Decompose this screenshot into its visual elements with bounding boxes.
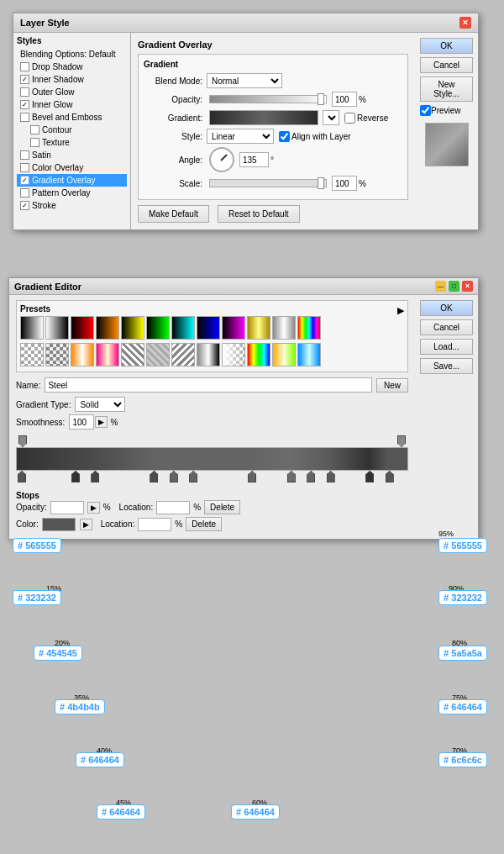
bottom-stop-70pct[interactable] (287, 471, 296, 482)
align-layer-checkbox[interactable] (279, 131, 290, 142)
angle-dial[interactable] (209, 147, 234, 172)
ge-save-button[interactable]: Save... (420, 358, 473, 374)
bottom-stop-90pct[interactable] (365, 471, 374, 482)
style-select[interactable]: Linear (207, 129, 274, 144)
sidebar-item-contour[interactable]: Contour (17, 124, 127, 136)
sidebar-item-texture[interactable]: Texture (17, 136, 127, 149)
sidebar-item-outer-glow[interactable]: Outer Glow (17, 86, 127, 98)
gradient-type-select[interactable]: ▼ (323, 110, 339, 125)
top-stop-right[interactable] (397, 435, 406, 447)
color-stop-delete[interactable]: Delete (186, 517, 222, 531)
satin-checkbox[interactable] (20, 150, 29, 160)
sidebar-item-stroke[interactable]: Stroke (17, 199, 127, 212)
preset-gold[interactable] (247, 316, 270, 340)
opacity-stop-input[interactable] (50, 501, 84, 514)
new-button[interactable]: New (376, 378, 408, 393)
reverse-checkbox[interactable] (344, 113, 355, 124)
scale-thumb[interactable] (318, 177, 324, 189)
preset-orange2[interactable] (71, 343, 94, 366)
opacity-slider[interactable] (209, 95, 327, 103)
minimize-button[interactable]: — (435, 281, 446, 292)
opacity-stop-delete[interactable]: Delete (204, 500, 240, 514)
contour-checkbox[interactable] (30, 125, 39, 134)
blend-mode-select[interactable]: Normal (207, 73, 282, 88)
sidebar-item-inner-shadow[interactable]: Inner Shadow (17, 73, 127, 86)
preset-warm[interactable] (272, 343, 296, 366)
ge-load-button[interactable]: Load... (420, 339, 473, 355)
outer-glow-checkbox[interactable] (20, 87, 29, 97)
gradient-bar[interactable] (16, 447, 408, 471)
pattern-overlay-checkbox[interactable] (20, 188, 29, 198)
scale-input[interactable] (332, 176, 357, 191)
gradient-overlay-checkbox[interactable] (20, 176, 29, 185)
preset-checker2[interactable] (45, 343, 69, 366)
make-default-button[interactable]: Make Default (138, 205, 209, 223)
ge-cancel-button[interactable]: Cancel (420, 319, 473, 335)
preset-blue[interactable] (197, 316, 220, 340)
sidebar-item-satin[interactable]: Satin (17, 149, 127, 161)
reset-to-default-button[interactable]: Reset to Default (218, 205, 300, 223)
sidebar-item-bevel-emboss[interactable]: Bevel and Emboss (17, 111, 127, 124)
bottom-stop-15pct[interactable] (71, 471, 80, 482)
angle-input[interactable] (239, 152, 269, 167)
smoothness-stepper[interactable]: ▶ (95, 416, 108, 428)
gradient-type-dropdown[interactable]: Solid (75, 397, 125, 412)
bottom-stop-80pct[interactable] (327, 471, 335, 482)
preset-stripe1[interactable] (121, 343, 144, 366)
preset-gray-bw[interactable] (197, 343, 220, 366)
bottom-stop-45pct[interactable] (189, 471, 197, 482)
preset-wb[interactable] (45, 316, 69, 340)
cancel-button[interactable]: Cancel (420, 57, 473, 73)
preset-rainbow[interactable] (297, 316, 321, 340)
preset-stripe2[interactable] (146, 343, 170, 366)
color-swatch-arrow[interactable]: ▶ (80, 519, 92, 530)
preview-checkbox[interactable] (420, 105, 431, 116)
bottom-stop-35pct[interactable] (150, 471, 158, 482)
sidebar-item-gradient-overlay[interactable]: Gradient Overlay (17, 174, 127, 187)
opacity-input[interactable] (332, 92, 357, 107)
sidebar-item-inner-glow[interactable]: Inner Glow (17, 98, 127, 111)
new-style-button[interactable]: New Style... (420, 76, 473, 102)
texture-checkbox[interactable] (30, 138, 39, 147)
color-overlay-checkbox[interactable] (20, 163, 29, 172)
bevel-emboss-checkbox[interactable] (20, 113, 29, 122)
sidebar-item-blending[interactable]: Blending Options: Default (17, 48, 127, 61)
gradient-editor-close-button[interactable]: ✕ (462, 281, 473, 292)
sidebar-item-pattern-overlay[interactable]: Pattern Overlay (17, 187, 127, 199)
preset-rainbow2[interactable] (247, 343, 270, 366)
bottom-stop-75pct[interactable] (307, 471, 315, 482)
color-swatch[interactable] (42, 518, 76, 531)
sidebar-item-drop-shadow[interactable]: Drop Shadow (17, 61, 127, 73)
preset-checker[interactable] (20, 343, 44, 366)
layer-style-close-button[interactable]: ✕ (459, 17, 471, 29)
opacity-thumb[interactable] (318, 93, 324, 105)
ge-ok-button[interactable]: OK (420, 300, 473, 316)
preset-stripe3[interactable] (171, 343, 195, 366)
drop-shadow-checkbox[interactable] (20, 62, 29, 71)
preset-yellow[interactable] (121, 316, 144, 340)
preset-cool[interactable] (297, 343, 321, 366)
inner-glow-checkbox[interactable] (20, 100, 29, 109)
preset-bw[interactable] (20, 316, 44, 340)
presets-arrow[interactable]: ▶ (397, 305, 404, 316)
stroke-checkbox[interactable] (20, 201, 29, 210)
preset-green[interactable] (146, 316, 170, 340)
bottom-stop-0pct[interactable] (18, 471, 26, 482)
bottom-stop-20pct[interactable] (91, 471, 99, 482)
preset-red[interactable] (71, 316, 94, 340)
preset-orange[interactable] (96, 316, 119, 340)
scale-slider[interactable] (209, 179, 327, 187)
top-stop-left[interactable] (18, 435, 27, 447)
preset-silver[interactable] (272, 316, 296, 340)
smoothness-input[interactable] (69, 414, 94, 430)
preset-cyan[interactable] (171, 316, 195, 340)
opacity-stop-stepper[interactable]: ▶ (87, 502, 100, 514)
location-stop-input[interactable] (156, 501, 190, 514)
maximize-button[interactable]: □ (449, 281, 459, 292)
gradient-preview[interactable] (209, 110, 318, 125)
color-location-input[interactable] (138, 518, 171, 531)
preset-violet[interactable] (222, 316, 245, 340)
ok-button[interactable]: OK (420, 38, 473, 54)
inner-shadow-checkbox[interactable] (20, 75, 29, 84)
preset-pink[interactable] (96, 343, 119, 366)
